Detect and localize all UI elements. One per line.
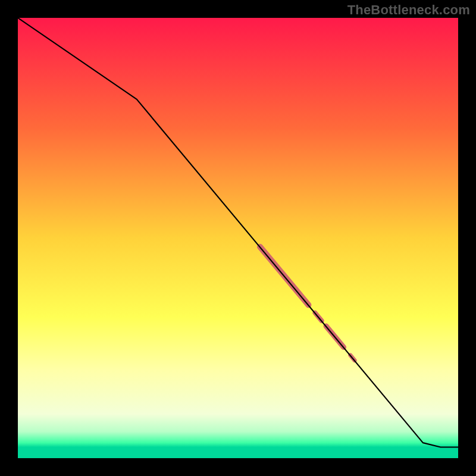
chart-stage: TheBottleneck.com [0, 0, 476, 476]
gradient-background [18, 18, 458, 458]
bottleneck-chart [0, 0, 476, 476]
watermark-label: TheBottleneck.com [347, 2, 470, 18]
